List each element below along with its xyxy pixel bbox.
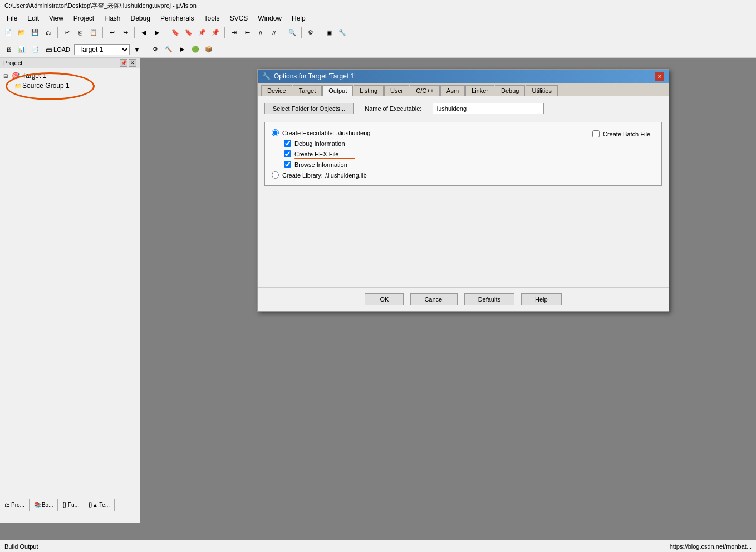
tree-root[interactable]: ⊟ 🎯 Target 1: [2, 71, 138, 81]
new-btn[interactable]: 📄: [2, 27, 14, 39]
tab-utilities[interactable]: Utilities: [526, 85, 557, 96]
defaults-btn[interactable]: Defaults: [464, 293, 514, 305]
create-batch-label[interactable]: Create Batch File: [603, 131, 650, 137]
create-hex-text: Create HEX File: [294, 151, 338, 157]
save-all-btn[interactable]: 🗂: [42, 27, 55, 39]
bottom-tab-templates[interactable]: {}▲ Te...: [84, 499, 115, 511]
target-select[interactable]: Target 1: [74, 44, 130, 55]
create-library-radio[interactable]: [272, 171, 279, 179]
view-btn[interactable]: ▣: [323, 27, 335, 39]
create-hex-checkbox[interactable]: [284, 150, 291, 157]
sidebar-close-btn[interactable]: ✕: [129, 59, 136, 67]
menu-svcs[interactable]: SVCS: [225, 13, 253, 23]
create-library-item[interactable]: Create Library: .\liushuideng.lib: [272, 171, 655, 179]
tab-output[interactable]: Output: [322, 85, 353, 96]
batch-file-row: Create Batch File: [592, 130, 650, 137]
content-area: 🔧 Options for Target 'Target 1' ✕ Device…: [140, 58, 756, 523]
bookmark3-btn[interactable]: 📌: [196, 27, 208, 39]
tab-device[interactable]: Device: [261, 85, 292, 96]
toolbar1: 📄 📂 💾 🗂 ✂ ⎘ 📋 ↩ ↪ ◀ ▶ 🔖 🔖 📌 📌 ⇥ ⇤ // // …: [0, 24, 756, 41]
sidebar-pin-btn[interactable]: 📌: [120, 59, 127, 67]
menu-tools[interactable]: Tools: [200, 13, 224, 23]
dialog-title-text: Options for Target 'Target 1': [274, 72, 355, 80]
tab-debug[interactable]: Debug: [495, 85, 525, 96]
browse-info-item[interactable]: Browse Information: [284, 161, 655, 168]
copy-btn[interactable]: ⎘: [74, 27, 86, 39]
comment-btn[interactable]: //: [254, 27, 267, 39]
bottom-tab-books[interactable]: 📚 Bo...: [30, 499, 58, 511]
menu-view[interactable]: View: [45, 13, 68, 23]
browse-info-checkbox[interactable]: [284, 161, 291, 168]
browse-info-label[interactable]: Browse Information: [294, 161, 347, 168]
menu-flash[interactable]: Flash: [100, 13, 125, 23]
tree-child[interactable]: 📁 Source Group 1: [13, 81, 138, 91]
options-dialog: 🔧 Options for Target 'Target 1' ✕ Device…: [257, 69, 669, 312]
sep6: [283, 27, 283, 38]
tb2-build2[interactable]: 🔨: [163, 43, 175, 56]
tab-c-cpp[interactable]: C/C++: [410, 85, 440, 96]
tab-asm[interactable]: Asm: [440, 85, 465, 96]
cut-btn[interactable]: ✂: [61, 27, 73, 39]
create-hex-label[interactable]: Create HEX File: [294, 151, 338, 157]
undo-btn[interactable]: ↩: [106, 27, 118, 39]
debug-info-label[interactable]: Debug Information: [294, 140, 345, 147]
tb2-btn5[interactable]: LOAD: [56, 43, 68, 56]
bookmark2-btn[interactable]: 🔖: [183, 27, 195, 39]
sep8: [320, 27, 320, 38]
menu-file[interactable]: File: [2, 13, 22, 23]
redo-btn[interactable]: ↪: [119, 27, 131, 39]
debug-info-checkbox[interactable]: [284, 140, 291, 147]
tree-toggle-root: ⊟: [3, 73, 9, 79]
search-btn[interactable]: 🔍: [286, 27, 298, 39]
tab-listing[interactable]: Listing: [354, 85, 384, 96]
bookmark4-btn[interactable]: 📌: [209, 27, 222, 39]
tree-area: ⊟ 🎯 Target 1 📁 Source Group 1: [0, 68, 140, 93]
dialog-close-btn[interactable]: ✕: [655, 72, 664, 81]
tb2-build4[interactable]: 🟢: [189, 43, 202, 56]
create-hex-item[interactable]: Create HEX File: [284, 150, 655, 157]
tb2-build5[interactable]: 📦: [203, 43, 215, 56]
debug-info-item[interactable]: Debug Information: [284, 140, 655, 147]
uncomment-btn[interactable]: //: [268, 27, 280, 39]
paste-btn[interactable]: 📋: [87, 27, 100, 39]
menu-help[interactable]: Help: [287, 13, 310, 23]
create-executable-radio[interactable]: [272, 129, 279, 136]
ok-btn[interactable]: OK: [365, 293, 404, 305]
bottom-tab-functions[interactable]: {} Fu...: [58, 499, 84, 511]
nav-back-btn[interactable]: ◀: [138, 27, 150, 39]
tb2-btn3[interactable]: 📑: [29, 43, 41, 56]
nav-fwd-btn[interactable]: ▶: [151, 27, 163, 39]
tb2-dropdown[interactable]: ▼: [131, 43, 143, 56]
exec-name-input[interactable]: [433, 103, 544, 114]
create-library-label[interactable]: Create Library: .\liushuideng.lib: [282, 172, 367, 179]
tab-linker[interactable]: Linker: [465, 85, 494, 96]
bottom-tab-project[interactable]: 🗂 Pro...: [0, 499, 30, 511]
help-btn[interactable]: Help: [521, 293, 562, 305]
tb2-build3[interactable]: ▶: [176, 43, 188, 56]
tb2-build1[interactable]: ⚙: [149, 43, 161, 56]
menu-window[interactable]: Window: [253, 13, 286, 23]
tb2-btn4[interactable]: 🗃: [42, 43, 55, 56]
outdent-btn[interactable]: ⇤: [241, 27, 253, 39]
save-btn[interactable]: 💾: [29, 27, 41, 39]
sep1: [57, 27, 58, 38]
bookmark1-btn[interactable]: 🔖: [169, 27, 181, 39]
dialog-overlay: 🔧 Options for Target 'Target 1' ✕ Device…: [140, 58, 756, 523]
open-btn[interactable]: 📂: [16, 27, 28, 39]
tab-user[interactable]: User: [384, 85, 409, 96]
indent-btn[interactable]: ⇥: [228, 27, 240, 39]
create-batch-checkbox[interactable]: [592, 130, 600, 137]
menu-project[interactable]: Project: [69, 13, 99, 23]
tb2-btn2[interactable]: 📊: [16, 43, 28, 56]
cancel-btn[interactable]: Cancel: [410, 293, 457, 305]
create-executable-label[interactable]: Create Executable: .\liushuideng: [282, 130, 370, 136]
tb2-btn1[interactable]: 🖥: [2, 43, 14, 56]
settings-btn[interactable]: 🔧: [336, 27, 348, 39]
menu-peripherals[interactable]: Peripherals: [156, 13, 199, 23]
menu-edit[interactable]: Edit: [23, 13, 43, 23]
options-btn[interactable]: ⚙: [305, 27, 317, 39]
select-folder-btn[interactable]: Select Folder for Objects...: [264, 103, 354, 114]
menu-debug[interactable]: Debug: [126, 13, 155, 23]
dialog-buttons: OK Cancel Defaults Help: [258, 287, 669, 311]
tab-target[interactable]: Target: [293, 85, 322, 96]
